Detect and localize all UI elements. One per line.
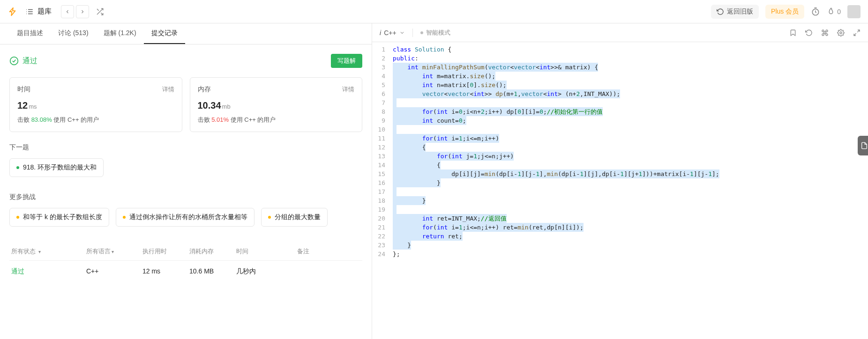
difficulty-dot-icon (123, 216, 126, 219)
notes-tab-icon[interactable] (858, 136, 868, 155)
left-panel: 题目描述 讨论 (513) 题解 (1.2K) 提交记录 通过 写题解 时间 详… (0, 23, 372, 339)
lang-filter[interactable]: 所有语言▾ (86, 247, 142, 256)
smart-mode-toggle[interactable]: 智能模式 (420, 29, 450, 37)
tabs: 题目描述 讨论 (513) 题解 (1.2K) 提交记录 (0, 23, 372, 44)
content: 通过 写题解 时间 详情 12ms 击败 83.08% 使用 C++ 的用户 内… (0, 44, 372, 292)
code-editor[interactable]: 123456789101112131415161718192021222324 … (372, 42, 868, 258)
memory-detail-link[interactable]: 详情 (342, 85, 354, 94)
code-header: i C++ 智能模式 (372, 23, 868, 42)
row-mem: 10.6 MB (189, 267, 236, 276)
tab-submissions[interactable]: 提交记录 (144, 23, 185, 44)
bookmark-icon[interactable] (789, 29, 797, 37)
list-icon[interactable] (25, 7, 34, 16)
svg-line-13 (854, 33, 856, 36)
header: 题库 返回旧版 Plus 会员 0 (0, 0, 868, 23)
next-button[interactable] (76, 5, 89, 18)
difficulty-dot-icon (268, 216, 271, 219)
memory-card: 内存 详情 10.34mb 击败 5.01% 使用 C++ 的用户 (190, 77, 363, 132)
time-beat: 击败 83.08% 使用 C++ 的用户 (17, 116, 174, 124)
next-problem-chip[interactable]: 918. 环形子数组的最大和 (9, 158, 104, 177)
row-note (297, 267, 360, 276)
svg-line-8 (97, 9, 99, 11)
time-value: 12ms (17, 100, 174, 111)
status-label: 通过 (22, 56, 37, 66)
code-header-right (789, 29, 861, 37)
status-row: 通过 写题解 (9, 54, 362, 68)
row-when: 几秒内 (236, 267, 297, 276)
dot-icon (420, 31, 423, 34)
difficulty-dot-icon (16, 216, 19, 219)
shortcuts-icon[interactable] (821, 29, 829, 37)
stats-row: 时间 详情 12ms 击败 83.08% 使用 C++ 的用户 内存 详情 10… (9, 77, 362, 132)
fire-counter[interactable]: 0 (827, 7, 841, 16)
fire-count-value: 0 (837, 8, 841, 15)
chevron-down-icon: ▾ (38, 249, 41, 254)
difficulty-dot-icon (16, 166, 19, 169)
prev-button[interactable] (61, 5, 74, 18)
timer-icon[interactable] (811, 7, 820, 16)
reset-icon[interactable] (805, 29, 813, 37)
nav-arrows (61, 5, 89, 18)
divider (412, 29, 413, 37)
challenge-chip[interactable]: 通过倒水操作让所有的水桶所含水量相等 (116, 208, 254, 227)
challenge-chip[interactable]: 分组的最大数量 (261, 208, 328, 227)
more-challenges-section: 更多挑战 和等于 k 的最长子数组长度 通过倒水操作让所有的水桶所含水量相等 分… (9, 193, 362, 231)
code-lines[interactable]: class Solution {public: int minFallingPa… (391, 45, 868, 258)
col-runtime: 执行用时 (142, 247, 189, 256)
line-gutter: 123456789101112131415161718192021222324 (372, 45, 391, 258)
row-time: 12 ms (142, 267, 189, 276)
old-version-label: 返回旧版 (727, 7, 753, 16)
tab-solutions[interactable]: 题解 (1.2K) (96, 23, 144, 44)
old-version-button[interactable]: 返回旧版 (711, 5, 759, 19)
next-title: 下一题 (9, 143, 362, 152)
right-panel: i C++ 智能模式 12345678910111213141516171819… (372, 23, 868, 339)
svg-point-10 (10, 57, 18, 65)
status-accepted: 通过 (9, 56, 37, 66)
memory-value: 10.34mb (198, 100, 355, 111)
shuffle-icon[interactable] (96, 7, 104, 16)
fullscreen-icon[interactable] (853, 29, 861, 37)
row-lang: C++ (86, 267, 142, 276)
time-detail-link[interactable]: 详情 (162, 85, 174, 94)
tab-description[interactable]: 题目描述 (9, 23, 51, 44)
plus-button[interactable]: Plus 会员 (765, 5, 804, 19)
challenge-chip[interactable]: 和等于 k 的最长子数组长度 (9, 208, 109, 227)
time-card: 时间 详情 12ms 击败 83.08% 使用 C++ 的用户 (9, 77, 182, 132)
main: 题目描述 讨论 (513) 题解 (1.2K) 提交记录 通过 写题解 时间 详… (0, 23, 868, 339)
logo-icon[interactable] (7, 7, 18, 17)
submissions-table: 所有状态▾ 所有语言▾ 执行用时 消耗内存 时间 备注 通过 C++ 12 ms… (9, 243, 362, 282)
memory-label: 内存 (198, 85, 211, 94)
col-memory: 消耗内存 (189, 247, 236, 256)
write-solution-button[interactable]: 写题解 (331, 54, 362, 68)
language-selector[interactable]: i C++ (380, 29, 405, 37)
tab-discussion[interactable]: 讨论 (513) (51, 23, 96, 44)
next-problem-section: 下一题 918. 环形子数组的最大和 (9, 143, 362, 182)
svg-line-12 (857, 30, 860, 32)
avatar[interactable] (847, 5, 861, 18)
col-when: 时间 (236, 247, 297, 256)
problems-link[interactable]: 题库 (37, 7, 52, 16)
time-label: 时间 (17, 85, 30, 94)
status-filter[interactable]: 所有状态▾ (11, 247, 86, 256)
col-note: 备注 (297, 247, 360, 256)
chevron-down-icon: ▾ (112, 249, 114, 254)
settings-icon[interactable] (837, 29, 845, 37)
header-right: 返回旧版 Plus 会员 0 (711, 5, 861, 19)
table-row[interactable]: 通过 C++ 12 ms 10.6 MB 几秒内 (9, 261, 362, 282)
more-title: 更多挑战 (9, 193, 362, 201)
svg-point-11 (840, 32, 842, 34)
table-header: 所有状态▾ 所有语言▾ 执行用时 消耗内存 时间 备注 (9, 243, 362, 261)
memory-beat: 击败 5.01% 使用 C++ 的用户 (198, 116, 355, 124)
row-status: 通过 (11, 267, 86, 276)
